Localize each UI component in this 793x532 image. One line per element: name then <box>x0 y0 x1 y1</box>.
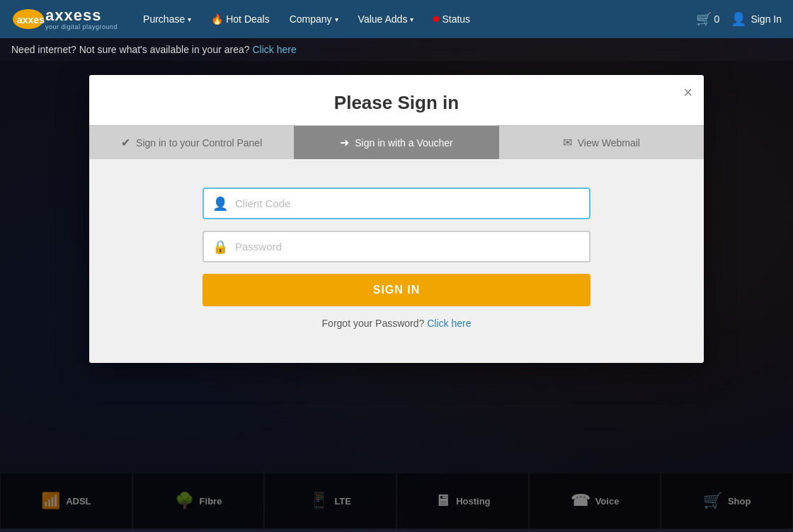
nav-right: 🛒 0 👤 Sign In <box>696 11 782 27</box>
forgot-password-text: Forgot your Password? Click here <box>322 318 472 329</box>
brand-tagline: your digital playground <box>45 23 118 30</box>
nav-purchase[interactable]: Purchase ▾ <box>135 9 200 29</box>
sign-in-modal: Please Sign in × ✔ Sign in to your Contr… <box>89 75 704 363</box>
mail-icon: ✉ <box>563 136 572 149</box>
info-text: Need internet? Not sure what's available… <box>11 44 250 55</box>
password-group: 🔒 <box>202 231 591 262</box>
brand-name: axxess <box>45 8 118 23</box>
modal-title: Please Sign in <box>103 92 690 114</box>
person-icon: 👤 <box>212 196 228 212</box>
page-content: Please Sign in × ✔ Sign in to your Contr… <box>0 61 793 529</box>
lock-icon: 🔒 <box>212 239 228 255</box>
client-code-group: 👤 <box>202 187 591 219</box>
flame-icon: 🔥 <box>211 13 223 25</box>
svg-text:axxess: axxess <box>17 14 45 25</box>
info-link[interactable]: Click here <box>252 44 296 55</box>
client-code-input[interactable] <box>202 187 591 219</box>
logo-icon: axxess <box>11 2 45 36</box>
tab-webmail-label: View Webmail <box>578 137 640 149</box>
logo-text: axxess your digital playground <box>45 8 118 30</box>
sign-in-nav-label: Sign In <box>751 13 782 25</box>
navbar: axxess axxess your digital playground Pu… <box>0 0 793 38</box>
nav-status[interactable]: Status <box>425 9 479 29</box>
voucher-icon: ➜ <box>340 136 349 149</box>
nav-value-adds[interactable]: Value Adds ▾ <box>350 9 423 29</box>
tab-voucher-label: Sign in with a Voucher <box>355 137 453 149</box>
checkmark-icon: ✔ <box>121 136 130 149</box>
nav-links: Purchase ▾ 🔥 Hot Deals Company ▾ Value A… <box>135 9 696 29</box>
info-bar: Need internet? Not sure what's available… <box>0 38 793 61</box>
purchase-arrow-icon: ▾ <box>188 16 191 23</box>
cart-button[interactable]: 🛒 0 <box>696 11 720 27</box>
cart-count: 0 <box>714 13 720 25</box>
modal-tabs: ✔ Sign in to your Control Panel ➜ Sign i… <box>89 125 704 159</box>
nav-hot-deals[interactable]: 🔥 Hot Deals <box>202 9 278 29</box>
company-arrow-icon: ▾ <box>335 16 338 23</box>
password-input[interactable] <box>202 231 591 262</box>
modal-close-button[interactable]: × <box>683 85 692 100</box>
modal-header: Please Sign in × <box>89 75 704 125</box>
forgot-password-link[interactable]: Click here <box>427 318 471 329</box>
user-icon: 👤 <box>731 11 746 27</box>
nav-company[interactable]: Company ▾ <box>281 9 347 29</box>
tab-webmail[interactable]: ✉ View Webmail <box>499 125 704 159</box>
status-dot-icon <box>433 16 439 22</box>
logo[interactable]: axxess axxess your digital playground <box>11 2 118 36</box>
tab-control-panel[interactable]: ✔ Sign in to your Control Panel <box>89 125 294 159</box>
cart-icon: 🛒 <box>696 11 712 27</box>
tab-control-panel-label: Sign in to your Control Panel <box>136 137 262 149</box>
modal-overlay: Please Sign in × ✔ Sign in to your Contr… <box>0 61 793 529</box>
value-adds-arrow-icon: ▾ <box>410 16 413 23</box>
tab-voucher[interactable]: ➜ Sign in with a Voucher <box>294 125 498 159</box>
sign-in-nav-button[interactable]: 👤 Sign In <box>731 11 782 27</box>
sign-in-button[interactable]: SIGN IN <box>202 274 591 306</box>
modal-body: 👤 🔒 SIGN IN Forgot your Password? Click … <box>89 159 704 363</box>
